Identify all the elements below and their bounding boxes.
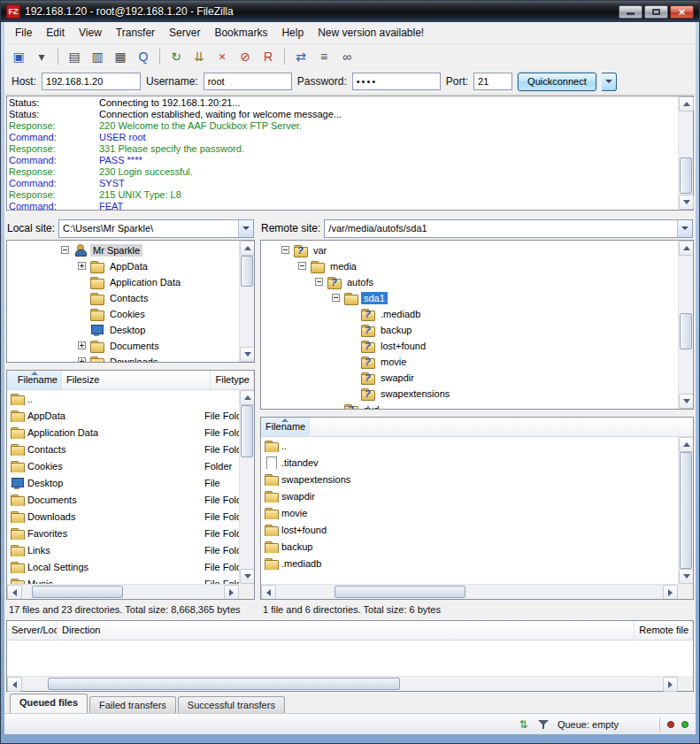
tree-node[interactable]: .mediadb [261,306,678,322]
column-direction[interactable]: Direction [58,621,635,640]
tree-node[interactable]: dvd [261,402,678,410]
remote-tree-vertical-scrollbar[interactable] [678,241,693,410]
tree-node[interactable]: Contacts [7,290,239,306]
close-button[interactable] [670,5,694,19]
file-row[interactable]: backup [261,538,678,555]
log-vertical-scrollbar[interactable] [678,96,693,210]
local-tree-vertical-scrollbar[interactable] [239,241,254,362]
process-queue-button[interactable]: ⇊ [188,47,210,66]
column-server-local-file[interactable]: Server/Local file [7,621,58,640]
file-row[interactable]: Documents File Folder [7,491,239,508]
file-row[interactable]: Cookies Folder [7,457,239,474]
menu-transfer[interactable]: Transfer [109,24,162,42]
column-remote-file[interactable]: Remote file [635,621,693,640]
file-row[interactable]: Desktop File [7,474,239,491]
tab-queued-files[interactable]: Queued files [10,694,88,713]
tree-node[interactable]: sda1 [261,290,678,306]
remote-list-horizontal-scrollbar[interactable] [261,584,678,599]
scroll-up-button[interactable] [240,390,254,405]
file-row[interactable]: lost+found [261,521,678,538]
column-filename[interactable]: Filename [7,371,62,389]
file-row[interactable]: Contacts File Folder [7,441,239,457]
scroll-left-button[interactable] [7,677,22,692]
dropdown-arrow-icon[interactable] [677,220,692,237]
menu-server[interactable]: Server [162,24,207,42]
toggle-queue-button[interactable]: Q [133,47,154,66]
scrollbar-thumb[interactable] [335,586,466,598]
scroll-down-button[interactable] [679,195,694,210]
filter-icon[interactable] [537,717,550,731]
tree-node[interactable]: AppData [7,258,239,274]
tree-expander[interactable] [78,262,86,270]
column-filetype[interactable]: Filetype [211,371,254,389]
refresh-button[interactable]: ↻ [165,47,187,66]
username-input[interactable] [204,73,292,90]
speed-limits-icon[interactable]: ⇅ [517,717,530,731]
file-row[interactable]: Favorites File Folder [7,525,239,541]
toggle-message-log-button[interactable]: ▤ [64,47,85,66]
minimize-button[interactable] [619,5,642,19]
local-list-horizontal-scrollbar[interactable] [7,584,239,599]
site-manager-dropdown-arrow[interactable]: ▾ [31,47,52,66]
toggle-local-tree-button[interactable]: ▥ [87,47,108,66]
tab-successful-transfers[interactable]: Successful transfers [178,696,285,713]
scroll-down-button[interactable] [679,394,694,409]
port-input[interactable] [473,73,512,90]
queue-horizontal-scrollbar[interactable] [7,676,678,691]
local-site-combobox[interactable]: C:\Users\Mr Sparkle\ [58,219,254,238]
file-row[interactable]: swapextensions [261,471,678,487]
tree-expander[interactable] [78,357,86,362]
menu-bookmarks[interactable]: Bookmarks [207,24,274,42]
scroll-right-button[interactable] [663,677,678,692]
tree-node[interactable]: Cookies [7,306,239,322]
tree-node[interactable]: autofs [261,274,678,290]
file-row[interactable]: .mediadb [261,555,678,571]
tree-expander[interactable] [61,246,69,254]
scroll-down-button[interactable] [679,569,693,584]
menu-help[interactable]: Help [274,24,311,42]
tree-node[interactable]: media [261,258,678,274]
synchronized-browsing-button[interactable]: ⇄ [290,47,312,66]
scroll-left-button[interactable] [7,585,22,600]
tree-node[interactable]: Mr Sparkle [7,242,239,258]
scrollbar-thumb[interactable] [680,157,692,194]
scrollbar-thumb[interactable] [241,405,253,457]
disconnect-button[interactable]: ⊘ [235,47,256,66]
file-row[interactable]: Downloads File Folder [7,508,239,525]
tree-node[interactable]: Application Data [7,274,239,290]
file-row[interactable]: Local Settings File Folder [7,558,239,575]
tree-node[interactable]: var [261,242,678,258]
maximize-button[interactable] [644,5,668,19]
quickconnect-dropdown-arrow[interactable] [602,73,617,91]
scroll-up-button[interactable] [679,241,694,256]
toggle-remote-tree-button[interactable]: ▦ [110,47,131,66]
scroll-left-button[interactable] [261,585,276,600]
scroll-down-button[interactable] [240,569,254,584]
file-row[interactable]: .. [261,437,678,454]
tree-node[interactable]: Desktop [7,322,239,338]
file-row[interactable]: Music File Folder [7,575,239,584]
scroll-right-button[interactable] [663,585,678,600]
scrollbar-thumb[interactable] [241,256,253,287]
horizontal-splitter[interactable] [4,211,696,218]
remote-site-combobox[interactable]: /var/media/autofs/sda1 [324,219,693,238]
password-input[interactable] [352,73,441,90]
scroll-up-button[interactable] [679,96,694,111]
tree-expander[interactable] [78,341,86,349]
tree-expander[interactable] [298,262,306,270]
tree-expander[interactable] [315,278,323,286]
tree-node[interactable]: swapdir [261,370,678,386]
cancel-button[interactable]: × [212,47,233,66]
tree-node[interactable]: Downloads [7,354,239,362]
menu-view[interactable]: View [72,24,109,42]
find-files-button[interactable]: ∞ [336,47,358,66]
menu-new-version-available[interactable]: New version available! [311,24,431,42]
scroll-right-button[interactable] [224,585,239,600]
file-row[interactable]: movie [261,504,678,521]
reconnect-button[interactable]: R [258,47,279,66]
scroll-up-button[interactable] [679,437,693,452]
file-row[interactable]: AppData File Folder [7,407,239,424]
file-row[interactable]: .titandev [261,454,678,471]
scrollbar-thumb[interactable] [32,586,123,598]
column-filesize[interactable]: Filesize [62,371,211,389]
